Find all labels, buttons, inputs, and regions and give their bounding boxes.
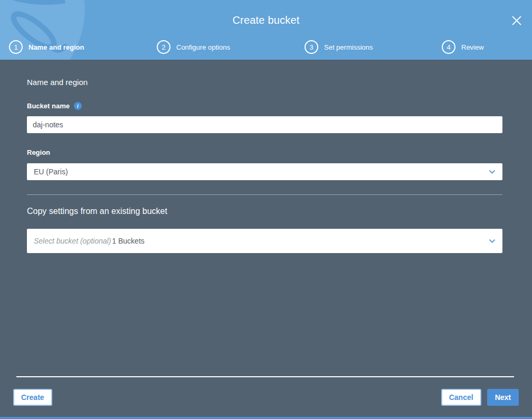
close-button[interactable] [510,14,524,27]
step-name-and-region[interactable]: 1 Name and region [9,40,84,54]
cancel-button[interactable]: Cancel [441,389,481,406]
step-label: Set permissions [324,43,373,51]
modal-body: Name and region Bucket name i Region EU … [0,60,532,417]
step-label: Review [461,43,484,51]
copy-bucket-select[interactable]: Select bucket (optional) 1 Buckets [27,229,502,253]
create-button[interactable]: Create [13,389,52,406]
close-icon [511,15,522,26]
create-bucket-modal: Create bucket 1 Name and region 2 Config… [0,0,532,419]
step-configure-options[interactable]: 2 Configure options [157,40,230,54]
page-background-strip [0,417,532,419]
copy-settings-heading: Copy settings from an existing bucket [27,207,502,216]
info-icon[interactable]: i [74,102,82,110]
bucket-name-label-row: Bucket name i [27,102,502,110]
region-selected-value: EU (Paris) [34,167,68,176]
region-label-row: Region [27,148,502,156]
step-set-permissions[interactable]: 3 Set permissions [305,40,373,54]
buckets-count: 1 Buckets [112,237,144,245]
bucket-name-input[interactable] [27,116,502,133]
chevron-down-icon [489,170,496,174]
step-number-badge: 3 [305,40,318,54]
step-number-badge: 2 [157,40,170,54]
copy-bucket-select-text: Select bucket (optional) 1 Buckets [34,237,145,245]
region-select[interactable]: EU (Paris) [27,163,502,180]
step-label: Name and region [28,43,84,51]
section-heading: Name and region [27,78,502,87]
footer-divider [16,376,514,377]
step-review[interactable]: 4 Review [442,40,484,54]
step-number-badge: 1 [9,40,23,54]
modal-footer: Create Cancel Next [13,389,519,406]
bucket-name-label: Bucket name [27,102,70,110]
step-indicator: 1 Name and region 2 Configure options 3 … [0,40,532,55]
step-number-badge: 4 [442,40,455,54]
section-divider [27,194,502,195]
copy-bucket-placeholder: Select bucket (optional) [34,237,111,245]
modal-title: Create bucket [0,14,532,26]
next-button[interactable]: Next [487,389,519,406]
footer-button-group: Cancel Next [441,389,519,406]
chevron-down-icon [489,239,496,244]
region-label: Region [27,148,50,156]
step-label: Configure options [176,43,230,51]
modal-header: Create bucket 1 Name and region 2 Config… [0,0,532,60]
